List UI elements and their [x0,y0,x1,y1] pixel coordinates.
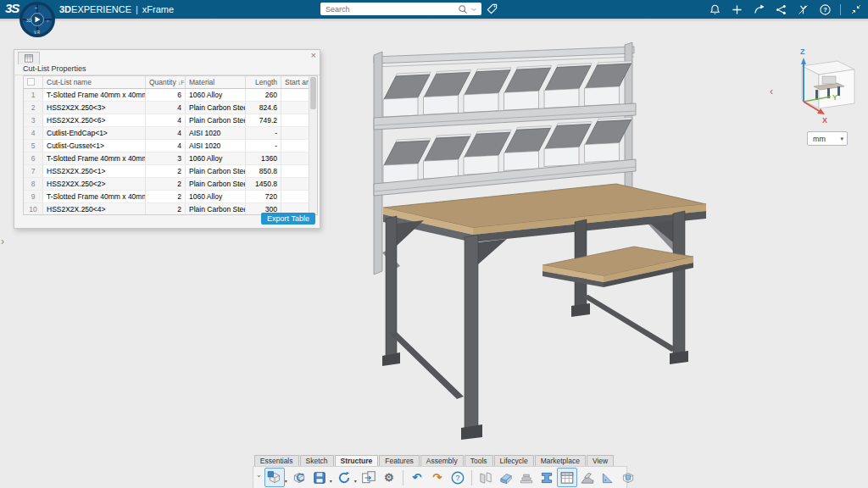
table-row[interactable]: 8HSS2X2X.250<2>2Plain Carbon Steel1450.8… [24,178,318,191]
insert-component-icon[interactable] [264,468,285,487]
dropdown-caret-icon[interactable]: ▾ [330,478,332,484]
brand-rest: EXPERIENCE [71,4,131,14]
cutlist-properties-dialog: × Cut-List Properties Cut-List nameQuant… [14,49,320,229]
communities-icon[interactable] [796,3,810,17]
svg-text:⌕: ⌕ [47,18,49,23]
z-axis-label: Z [800,47,805,56]
select-all-checkbox[interactable] [27,78,35,86]
redo-icon[interactable]: ↷ [427,468,448,487]
table-row[interactable]: 7HSS2X2X.250<1>2Plain Carbon Steel850.84… [24,165,318,178]
column-header[interactable]: Material [186,76,246,89]
topbar-shadow [0,19,868,22]
table-row[interactable]: 4Cutlist-EndCap<1>4AISI 1020--- [24,127,318,140]
y-axis-label: Y [832,93,837,102]
dropdown-caret-icon[interactable]: ▾ [285,478,287,484]
notifications-icon[interactable] [708,3,722,17]
units-value: mm [808,135,840,143]
tab-essentials[interactable]: Essentials [254,455,299,466]
table-row[interactable]: 9T-Slotted Frame 40mm x 40mm<2>21060 All… [24,191,318,203]
sheet-panel-icon[interactable] [476,468,496,487]
svg-text:⌁: ⌁ [35,5,37,10]
weld-bead-icon[interactable] [577,468,598,487]
tab-lifecycle[interactable]: Lifecycle [494,455,534,466]
column-header[interactable]: Quantity↓F [146,76,186,89]
close-icon[interactable]: × [311,51,316,60]
table-row[interactable]: 3HSS2X2X.250<6>4Plain Carbon Steel749.20… [24,114,318,127]
search-options-chevron-icon[interactable] [469,4,479,14]
app-name: xFrame [142,4,174,14]
tab-sketch[interactable]: Sketch [300,455,334,466]
brand-bold: 3D [59,4,71,14]
import-export-icon[interactable] [359,468,379,487]
ribbon-toolbar: ⌄ ▾▾▾⚙↶↷? [253,466,627,488]
table-row[interactable]: 5Cutlist-Gusset<1>4AISI 1020--- [24,140,318,152]
table-row[interactable]: 6T-Slotted Frame 40mm x 40mm<4>31060 All… [24,152,318,165]
tab-assembly[interactable]: Assembly [420,455,464,466]
ribbon-tabs: EssentialsSketchStructureFeaturesAssembl… [0,455,868,466]
svg-text:?: ? [455,473,459,482]
update-icon[interactable] [334,468,354,487]
tab-tools[interactable]: Tools [465,455,493,466]
expand-panel-chevron-icon[interactable]: › [1,236,4,247]
tab-view[interactable]: View [587,455,614,466]
3dexperience-compass[interactable]: 3D V.R ⌁ ⌕ [19,1,56,42]
column-header[interactable]: Cut-List name [43,76,146,89]
tab-marketplace[interactable]: Marketplace [535,455,586,466]
options-icon[interactable]: ⚙ [379,468,399,487]
profile-icon[interactable] [516,468,537,487]
collaborate-icon[interactable] [774,3,788,17]
collapse-panel-chevron-icon[interactable]: ‹ [770,86,773,97]
add-icon[interactable] [730,3,744,17]
cut-list-table-icon[interactable] [557,468,577,487]
cutlist-table-icon [24,53,34,64]
topbar-separator [840,4,841,15]
share-icon[interactable] [752,3,766,17]
table-row[interactable]: 2HSS2X2X.250<3>4Plain Carbon Steel824.60… [24,102,318,114]
toolbar-overflow-chevron-icon[interactable]: ⌄ [256,471,262,479]
search-bar[interactable] [320,3,481,15]
dropdown-caret-icon[interactable]: ▾ [354,478,357,484]
units-caret-icon: ▾ [840,136,847,142]
title-separator: | [136,4,138,14]
toolbar-separator [471,470,472,485]
dialog-title: Cut-List Properties [23,64,86,73]
3ds-logo: 3S [5,1,19,15]
help-icon[interactable]: ? [448,468,468,487]
table-header-row: Cut-List nameQuantity↓FMaterialLengthSta… [24,76,318,89]
topbar-actions: ? [708,0,863,19]
resize-icon[interactable] [849,3,863,17]
units-dropdown[interactable]: mm ▾ [807,131,848,146]
svg-text:V.R: V.R [34,30,41,35]
table-row[interactable]: 1T-Slotted Frame 40mm x 40mm<1>61060 All… [24,89,318,102]
dialog-tab[interactable] [18,52,40,64]
svg-text:3D: 3D [26,18,32,23]
tag-icon[interactable] [486,3,498,19]
x-axis-label: X [822,116,827,125]
view-cube[interactable]: Z Y X [778,44,863,137]
save-icon[interactable] [309,468,330,487]
bounding-box-icon[interactable] [618,468,638,487]
undo-icon[interactable]: ↶ [407,468,427,487]
app-title: 3DEXPERIENCE|xFrame [59,4,174,14]
search-icon[interactable] [457,3,469,15]
corner-trim-icon[interactable] [496,468,516,487]
gusset-icon[interactable] [598,468,618,487]
export-table-button[interactable]: Export Table [261,213,315,225]
svg-text:?: ? [823,6,827,14]
table-scrollbar[interactable] [309,76,317,213]
structure-member-icon[interactable] [537,468,557,487]
column-header[interactable]: Length [246,76,281,89]
tab-structure[interactable]: Structure [335,455,379,466]
toolbar-separator [403,470,403,485]
sort-descending-icon: ↓F [178,80,185,86]
help-icon[interactable]: ? [818,3,832,17]
column-header[interactable] [24,76,43,89]
rebuild-icon[interactable] [289,468,309,487]
tab-features[interactable]: Features [379,455,420,466]
cutlist-table: Cut-List nameQuantity↓FMaterialLengthSta… [23,75,318,215]
scrollbar-thumb[interactable] [310,77,316,109]
search-input[interactable] [320,5,457,14]
